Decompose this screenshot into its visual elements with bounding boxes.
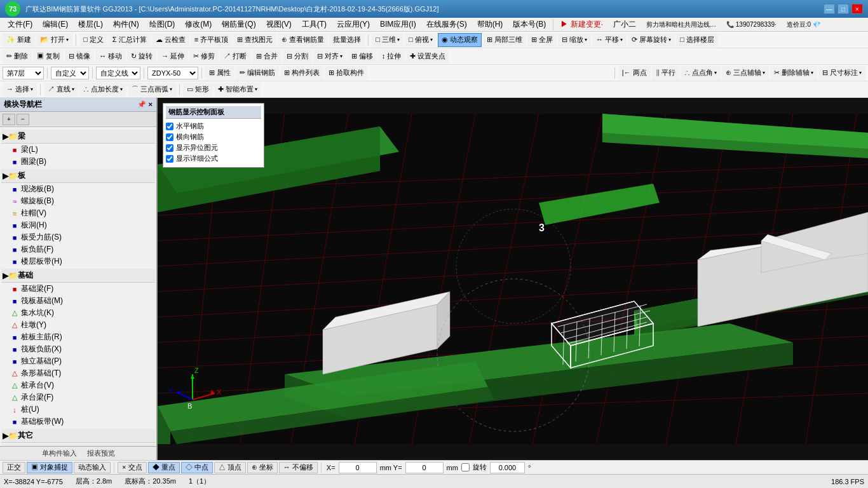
btn-midpoint[interactable]: ◇ 中点 xyxy=(181,462,213,473)
maximize-button[interactable]: □ xyxy=(837,4,849,14)
tree-item-pile-main[interactable]: ■桩板主筋(R) xyxy=(9,331,155,343)
subtype-select[interactable]: 自定义线 xyxy=(96,67,140,79)
tree-item-raft-neg[interactable]: ■筏板负筋(X) xyxy=(9,343,155,355)
section-other[interactable]: ▶ 📁 其它 xyxy=(1,429,155,443)
btn-vertex[interactable]: △ 顶点 xyxy=(214,462,246,473)
menu-edit[interactable]: 编辑(E) xyxy=(37,18,73,31)
tree-item-found-beam[interactable]: ■基础梁(F) xyxy=(9,283,155,295)
tree-item-neg-rebar[interactable]: ■板负筋(F) xyxy=(9,243,155,255)
cb-horizontal[interactable] xyxy=(166,123,173,130)
btn-dynamic-input[interactable]: 动态输入 xyxy=(74,462,111,473)
floor-select[interactable]: 第7层 xyxy=(3,67,44,79)
btn-trim[interactable]: ✂ 修剪 xyxy=(189,50,219,64)
btn-find-elem[interactable]: ⊞ 查找图元 xyxy=(233,33,276,47)
sidebar-remove-btn[interactable]: − xyxy=(17,114,29,125)
section-slab[interactable]: ▶ 📁 板 xyxy=(1,169,155,183)
section-foundation[interactable]: ▶ 📁 基础 xyxy=(1,269,155,283)
btn-pan[interactable]: ↔ 平移 ▾ xyxy=(592,33,627,47)
checkbox-show-special[interactable]: 显示异位图元 xyxy=(166,143,261,152)
btn-select-floor[interactable]: □ 选择楼层 xyxy=(676,33,718,47)
btn-rect[interactable]: ▭ 矩形 xyxy=(183,83,213,97)
btn-del-axis[interactable]: ✂ 删除辅轴 ▾ xyxy=(770,66,817,80)
y-input[interactable] xyxy=(405,462,444,473)
btn-align[interactable]: ⊟ 对齐 ▾ xyxy=(313,50,346,64)
line-select[interactable]: ZDYX-50 xyxy=(147,67,198,79)
btn-move[interactable]: ↔ 移动 xyxy=(95,50,126,64)
menu-rebar-qty[interactable]: 钢筋量(Q) xyxy=(217,18,261,31)
cb-show-formula[interactable] xyxy=(166,155,173,163)
btn-extend[interactable]: → 延伸 xyxy=(158,50,188,64)
cb-show-special[interactable] xyxy=(166,144,173,152)
menu-cloud[interactable]: 云应用(Y) xyxy=(332,18,375,31)
btn-delete[interactable]: ✏ 删除 xyxy=(3,50,32,64)
btn-zoom[interactable]: ⊟ 缩放 ▾ xyxy=(558,33,591,47)
btn-offset[interactable]: ⊞ 偏移 xyxy=(348,50,377,64)
btn-split[interactable]: ⊟ 分割 xyxy=(283,50,312,64)
menu-phone[interactable]: 📞 13907298339· xyxy=(721,20,782,29)
btn-line[interactable]: ↗ 直线 ▾ xyxy=(44,83,78,97)
tree-item-ring-beam[interactable]: ■圈梁(B) xyxy=(9,156,155,168)
btn-merge[interactable]: ⊞ 合并 xyxy=(252,50,281,64)
type-select[interactable]: 自定义 xyxy=(51,67,89,79)
menu-version[interactable]: 版本号(B) xyxy=(508,18,551,31)
btn-break[interactable]: ↗ 打断 xyxy=(220,50,250,64)
btn-batch-select[interactable]: 批量选择 xyxy=(329,33,365,47)
sidebar-close-icon[interactable]: × xyxy=(149,100,153,109)
tree-item-beam[interactable]: ■梁(L) xyxy=(9,144,155,156)
menu-tools[interactable]: 工具(T) xyxy=(297,18,332,31)
tree-item-found-band[interactable]: ■基础板带(W) xyxy=(9,416,155,428)
btn-copy[interactable]: ▣ 复制 xyxy=(33,50,64,64)
x-input[interactable] xyxy=(339,462,377,473)
btn-report-preview[interactable]: 报表预览 xyxy=(87,449,115,458)
btn-view-rebar[interactable]: ⊕ 查看钢筋量 xyxy=(278,33,328,47)
btn-select[interactable]: → 选择 ▾ xyxy=(3,83,37,97)
btn-dim[interactable]: ⊟ 尺寸标注 ▾ xyxy=(818,66,865,80)
btn-rotate[interactable]: ↻ 旋转 xyxy=(127,50,156,64)
tree-item-independent[interactable]: ■独立基础(P) xyxy=(9,355,155,367)
menu-online[interactable]: 在线服务(S) xyxy=(421,18,472,31)
btn-ortho[interactable]: 正交 xyxy=(3,462,25,473)
tree-item-floor-band[interactable]: ■楼层板带(H) xyxy=(9,255,155,268)
btn-single-component[interactable]: 单构件输入 xyxy=(42,449,77,458)
btn-snap[interactable]: ▣ 对象捕捉 xyxy=(27,462,72,473)
btn-endpoint[interactable]: ◆ 重点 xyxy=(148,462,180,473)
menu-component[interactable]: 构件(N) xyxy=(108,18,144,31)
btn-grip[interactable]: ✚ 设置夹点 xyxy=(406,50,449,64)
menu-bim[interactable]: BIM应用(I) xyxy=(375,18,421,31)
tree-item-col-pier[interactable]: △柱墩(Y) xyxy=(9,319,155,331)
btn-parallel[interactable]: ‖ 平行 xyxy=(652,66,679,80)
btn-edit-rebar[interactable]: ✏ 编辑钢筋 xyxy=(236,66,279,80)
btn-new[interactable]: ✨ 新建 xyxy=(3,33,35,47)
menu-new-change[interactable]: ▶ 新建变更· xyxy=(555,18,608,31)
menu-view[interactable]: 视图(V) xyxy=(261,18,297,31)
btn-define[interactable]: □ 定义 xyxy=(79,33,107,47)
btn-arc[interactable]: ⌒ 三点画弧 ▾ xyxy=(128,83,176,97)
tree-item-spiral-slab[interactable]: ≈螺旋板(B) xyxy=(9,195,155,207)
section-beam[interactable]: ▶ 📁 梁 xyxy=(1,130,155,144)
menu-coins[interactable]: 造价豆:0 💎 xyxy=(782,19,825,30)
tree-item-cap-beam[interactable]: △承台梁(F) xyxy=(9,391,155,403)
tree-item-pile[interactable]: ↓桩(U) xyxy=(9,403,155,416)
btn-cloud-check[interactable]: ☁ 云检查 xyxy=(152,33,189,47)
checkbox-show-formula[interactable]: 显示详细公式 xyxy=(166,154,261,163)
menu-floor[interactable]: 楼层(L) xyxy=(73,18,108,31)
btn-point-len[interactable]: ∴ 点加长度 ▾ xyxy=(79,83,126,97)
tree-item-slab-hole[interactable]: ■板洞(H) xyxy=(9,219,155,231)
tree-item-cast-slab[interactable]: ■现浇板(B) xyxy=(9,183,155,195)
close-button[interactable]: × xyxy=(851,4,863,14)
menu-file[interactable]: 文件(F) xyxy=(3,18,37,31)
btn-3point-axis[interactable]: ⊕ 三点辅轴 ▾ xyxy=(722,66,769,80)
tree-item-col-cap[interactable]: ≡柱帽(V) xyxy=(9,207,155,219)
btn-pick-component[interactable]: ⊞ 拾取构件 xyxy=(325,66,368,80)
btn-fullscreen[interactable]: ⊞ 全屏 xyxy=(527,33,557,47)
tree-item-sump[interactable]: △集水坑(K) xyxy=(9,307,155,319)
tree-item-pile-cap[interactable]: △桩承台(V) xyxy=(9,379,155,391)
btn-no-offset[interactable]: ↔ 不偏移 xyxy=(279,462,318,473)
btn-open[interactable]: 📂 打开 ▾ xyxy=(36,33,72,47)
menu-modify[interactable]: 修改(M) xyxy=(180,18,217,31)
btn-dynamic-observe[interactable]: ◉ 动态观察 xyxy=(438,33,482,47)
tree-item-slab-rebar[interactable]: ■板受力筋(S) xyxy=(9,231,155,243)
menu-wall-info[interactable]: 剪力墙和暗柱共用边线… xyxy=(641,19,721,30)
minimize-button[interactable]: — xyxy=(824,4,835,14)
btn-level-top[interactable]: ≡ 齐平板顶 xyxy=(191,33,232,47)
